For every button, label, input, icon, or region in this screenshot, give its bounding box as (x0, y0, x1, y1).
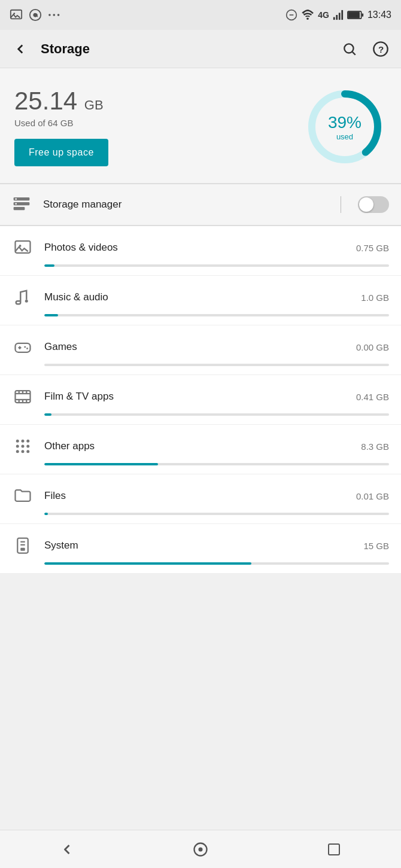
item-label: System (44, 540, 353, 552)
storage-info: 25.14 GB Used of 64 GB Free up space (14, 87, 108, 166)
storage-item-film-tv[interactable]: Film & TV apps 0.41 GB (0, 375, 401, 425)
storage-manager-toggle[interactable] (358, 196, 389, 213)
vertical-divider (341, 196, 341, 213)
item-label: Games (44, 341, 345, 353)
progress-bar-fill (44, 314, 58, 316)
svg-point-48 (22, 445, 25, 448)
home-nav-button[interactable] (186, 835, 215, 864)
item-size: 1.0 GB (361, 293, 389, 303)
svg-rect-10 (336, 15, 338, 20)
storage-manager-label: Storage manager (43, 199, 329, 211)
storage-item-other-apps[interactable]: Other apps 8.3 GB (0, 425, 401, 474)
progress-bar-fill (44, 413, 51, 416)
svg-point-47 (16, 445, 19, 448)
svg-point-4 (53, 14, 55, 16)
svg-point-46 (26, 440, 29, 443)
image-icon (10, 8, 23, 22)
svg-rect-34 (26, 348, 28, 349)
storage-item-system[interactable]: System 15 GB (0, 524, 401, 574)
storage-items-list: Photos & videos 0.75 GB Music & audio 1.… (0, 226, 401, 612)
dnd-icon (285, 9, 297, 21)
storage-used-amount: 25.14 GB (14, 87, 108, 115)
app-bar-icons: ? (339, 38, 391, 60)
item-size: 15 GB (363, 541, 389, 551)
toggle-thumb (359, 197, 373, 212)
item-label: Other apps (44, 440, 350, 452)
storage-item-row: Other apps 8.3 GB (12, 435, 389, 457)
page-title: Storage (41, 41, 329, 57)
photo-icon (12, 237, 34, 258)
item-size: 0.75 GB (356, 243, 389, 253)
storage-manager-icon (12, 195, 31, 214)
more-icon (48, 12, 61, 18)
svg-point-51 (22, 450, 25, 453)
progress-bar-bg (44, 314, 389, 316)
status-bar: 4G 13:43 (0, 0, 401, 30)
progress-bar-bg (44, 364, 389, 366)
storage-donut-chart: 39% used (303, 85, 387, 169)
storage-item-games[interactable]: Games 0.00 GB (0, 325, 401, 375)
item-size: 0.00 GB (356, 342, 389, 352)
status-icons-left (10, 8, 61, 22)
svg-point-16 (344, 44, 353, 53)
svg-rect-56 (20, 548, 25, 551)
item-label: Music & audio (44, 291, 350, 303)
storage-item-files[interactable]: Files 0.01 GB (0, 474, 401, 524)
storage-item-row: Games 0.00 GB (12, 336, 389, 358)
item-label: Film & TV apps (44, 391, 345, 403)
svg-rect-15 (361, 13, 363, 16)
storage-item-photos-videos[interactable]: Photos & videos 0.75 GB (0, 226, 401, 276)
svg-point-45 (22, 440, 25, 443)
storage-item-row: System 15 GB (12, 535, 389, 556)
storage-item-music-audio[interactable]: Music & audio 1.0 GB (0, 276, 401, 325)
svg-rect-59 (329, 844, 339, 855)
progress-bar-fill (44, 513, 48, 515)
status-icons-right: 4G 13:43 (285, 9, 391, 21)
svg-rect-33 (25, 346, 26, 348)
battery-icon (347, 10, 364, 20)
donut-label: 39% used (328, 113, 361, 141)
progress-bar-bg (44, 463, 389, 465)
svg-rect-9 (333, 17, 335, 20)
svg-point-49 (26, 445, 29, 448)
storage-item-row: Music & audio 1.0 GB (12, 287, 389, 308)
progress-bar-fill (44, 264, 54, 267)
search-button[interactable] (339, 38, 360, 60)
back-nav-button[interactable] (52, 835, 82, 864)
svg-point-44 (16, 440, 19, 443)
signal-bars-icon (333, 10, 344, 20)
svg-rect-12 (341, 10, 343, 20)
svg-point-8 (306, 18, 309, 20)
svg-point-3 (48, 14, 51, 16)
apps-icon (12, 435, 34, 457)
svg-point-29 (25, 300, 28, 303)
item-label: Photos & videos (44, 242, 345, 254)
progress-bar-fill (44, 463, 158, 465)
film-icon (12, 386, 34, 407)
progress-bar-bg (44, 264, 389, 267)
svg-line-17 (353, 51, 356, 54)
help-button[interactable]: ? (370, 38, 391, 60)
storage-manager-row[interactable]: Storage manager (0, 184, 401, 226)
system-icon (12, 535, 34, 556)
svg-point-52 (26, 450, 29, 453)
svg-text:?: ? (378, 44, 384, 54)
svg-rect-14 (348, 12, 360, 19)
progress-bar-bg (44, 562, 389, 565)
svg-point-50 (16, 450, 19, 453)
progress-bar-fill (44, 562, 251, 565)
free-up-space-button[interactable]: Free up space (14, 139, 108, 166)
recent-nav-button[interactable] (319, 835, 349, 864)
wifi-icon (301, 10, 314, 20)
network-type: 4G (318, 10, 329, 20)
app-bar: Storage ? (0, 30, 401, 68)
storage-item-row: Film & TV apps 0.41 GB (12, 386, 389, 407)
storage-list: Photos & videos 0.75 GB Music & audio 1.… (0, 226, 401, 574)
storage-item-row: Files 0.01 GB (12, 485, 389, 507)
progress-bar-bg (44, 413, 389, 416)
back-button[interactable] (10, 38, 31, 60)
item-size: 8.3 GB (361, 441, 389, 452)
bottom-nav (0, 830, 401, 868)
whatsapp-icon (29, 8, 42, 22)
music-icon (12, 287, 34, 308)
